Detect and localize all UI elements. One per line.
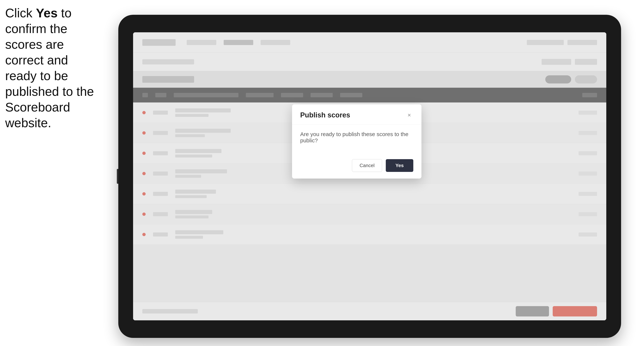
instruction-prefix: Click: [5, 6, 36, 20]
tablet-device: Publish scores × Are you ready to publis…: [118, 15, 621, 338]
tablet-screen: Publish scores × Are you ready to publis…: [133, 32, 606, 320]
dialog-close-button[interactable]: ×: [405, 111, 413, 119]
publish-scores-dialog: Publish scores × Are you ready to publis…: [292, 104, 422, 178]
yes-button[interactable]: Yes: [386, 159, 413, 172]
instruction-suffix: to confirm the scores are correct and re…: [5, 6, 94, 130]
tablet-side-button: [117, 169, 118, 184]
instruction-text: Click Yes to confirm the scores are corr…: [5, 5, 101, 131]
cancel-button[interactable]: Cancel: [352, 159, 382, 172]
dialog-actions: Cancel Yes: [292, 159, 422, 178]
instruction-bold: Yes: [36, 6, 58, 20]
dialog-body: Are you ready to publish these scores to…: [292, 124, 422, 159]
dialog-title: Publish scores: [300, 111, 350, 119]
dialog-message: Are you ready to publish these scores to…: [300, 131, 413, 144]
dialog-header: Publish scores ×: [292, 104, 422, 124]
